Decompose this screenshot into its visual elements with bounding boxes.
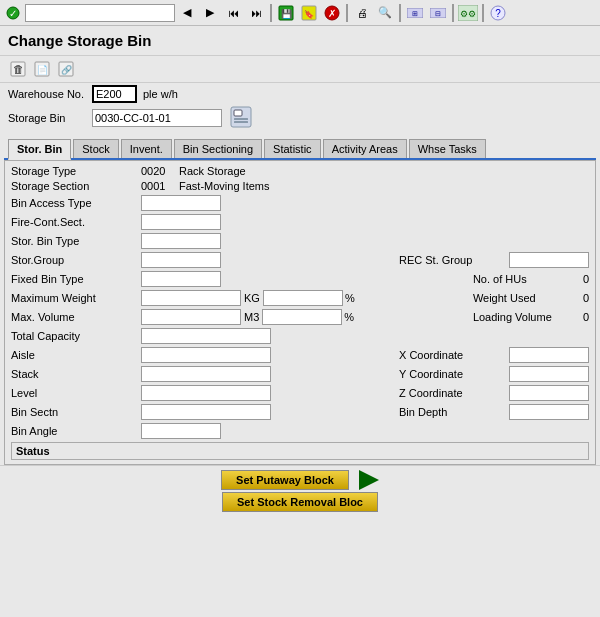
weight-used-label: Weight Used [473,292,583,304]
nav-icon1[interactable]: ⊞ [404,3,426,23]
max-weight-unit: KG [244,292,260,304]
command-input[interactable] [25,4,175,22]
tab-activity-areas[interactable]: Activity Areas [323,139,407,158]
bin-sectn-input[interactable] [141,404,271,420]
svg-text:🔖: 🔖 [304,9,314,19]
level-input[interactable] [141,385,271,401]
weight-used-value: 0 [583,292,589,304]
set-putaway-block-button[interactable]: Set Putaway Block [221,470,349,490]
nav-first-icon[interactable]: ⏮ [222,3,244,23]
separator4 [452,4,454,22]
find-icon[interactable]: 🔍 [374,3,396,23]
x-coordinate-input[interactable] [509,347,589,363]
svg-text:✗: ✗ [328,8,336,19]
nav-prev-icon[interactable]: ◀ [176,3,198,23]
print-icon[interactable]: 🖨 [351,3,373,23]
bin-angle-row: Bin Angle [11,423,589,439]
max-volume-pct-input[interactable] [262,309,342,325]
bin-sectn-label: Bin Sectn [11,406,141,418]
no-of-hus-row: No. of HUs 0 [473,271,589,287]
two-col-row1: Stor.Group REC St. Group [11,252,589,271]
max-weight-label: Maximum Weight [11,292,141,304]
storage-type-value: 0020 [141,165,171,177]
loading-volume-value: 0 [583,311,589,323]
link-icon[interactable]: 🔗 [56,59,76,79]
max-weight-pct: % [345,292,355,304]
fixed-bin-type-row: Fixed Bin Type [11,271,221,287]
two-col-row4: Max. Volume M3 % Loading Volume 0 [11,309,589,328]
tab-stor-bin[interactable]: Stor. Bin [8,139,71,160]
storage-type-label: Storage Type [11,165,141,177]
rec-st-group-input[interactable] [509,252,589,268]
max-weight-input[interactable] [141,290,241,306]
fire-cont-sect-input[interactable] [141,214,221,230]
new-icon[interactable]: 📄 [32,59,52,79]
bin-depth-input[interactable] [509,404,589,420]
settings-icon[interactable]: ⚙⚙ [457,3,479,23]
stop-icon[interactable]: ✗ [321,3,343,23]
bin-angle-input[interactable] [141,423,221,439]
svg-text:🗑: 🗑 [13,63,24,75]
storage-bin-icon[interactable] [230,106,252,130]
nav-next-icon[interactable]: ▶ [199,3,221,23]
max-weight-pct-input[interactable] [263,290,343,306]
no-of-hus-value: 0 [583,273,589,285]
delete-icon[interactable]: 🗑 [8,59,28,79]
fire-cont-sect-label: Fire-Cont.Sect. [11,216,141,228]
warehouse-input[interactable] [92,85,137,103]
svg-text:✓: ✓ [9,8,17,19]
fixed-bin-type-input[interactable] [141,271,221,287]
svg-rect-25 [234,121,248,123]
save-icon[interactable]: 💾 [275,3,297,23]
total-capacity-label: Total Capacity [11,330,141,342]
bin-access-type-row: Bin Access Type [11,195,589,211]
y-coordinate-input[interactable] [509,366,589,382]
rec-st-group-label: REC St. Group [399,254,509,266]
svg-text:🔗: 🔗 [61,64,73,76]
weight-used-row: Weight Used 0 [473,290,589,306]
bin-access-type-label: Bin Access Type [11,197,141,209]
stack-input[interactable] [141,366,271,382]
tab-bin-sectioning[interactable]: Bin Sectioning [174,139,262,158]
tabs-bar: Stor. Bin Stock Invent. Bin Sectioning S… [4,137,596,160]
stack-label: Stack [11,368,141,380]
total-capacity-row: Total Capacity [11,328,589,344]
svg-rect-23 [234,110,242,116]
warehouse-label: Warehouse No. [8,88,88,100]
max-volume-pct: % [344,311,354,323]
aisle-label: Aisle [11,349,141,361]
status-section: Status [11,442,589,460]
stor-group-input[interactable] [141,252,221,268]
z-coordinate-input[interactable] [509,385,589,401]
y-coordinate-row: Y Coordinate [399,366,589,382]
tab-stock[interactable]: Stock [73,139,119,158]
tab-invent[interactable]: Invent. [121,139,172,158]
tab-statistic[interactable]: Statistic [264,139,321,158]
fire-cont-sect-row: Fire-Cont.Sect. [11,214,589,230]
storage-section-label: Storage Section [11,180,141,192]
z-coordinate-row: Z Coordinate [399,385,589,401]
storage-bin-input[interactable] [92,109,222,127]
storage-section-row: Storage Section 0001 Fast-Moving Items [11,180,589,192]
action-icons-bar: 🗑 📄 🔗 [0,56,600,83]
bin-depth-row: Bin Depth [399,404,589,420]
bin-sectn-row: Bin Sectn [11,404,271,420]
set-stock-removal-bloc-button[interactable]: Set Stock Removal Bloc [222,492,378,512]
level-label: Level [11,387,141,399]
two-col-row3: Maximum Weight KG % Weight Used 0 [11,290,589,309]
shortcut-icon[interactable]: 🔖 [298,3,320,23]
nav-back-icon[interactable]: ✓ [2,3,24,23]
help-icon[interactable]: ? [487,3,509,23]
total-capacity-input[interactable] [141,328,271,344]
tab-whse-tasks[interactable]: Whse Tasks [409,139,486,158]
nav-last-icon[interactable]: ⏭ [245,3,267,23]
status-label: Status [16,445,50,457]
max-volume-input[interactable] [141,309,241,325]
stor-bin-type-input[interactable] [141,233,221,249]
stor-bin-type-label: Stor. Bin Type [11,235,141,247]
nav-icon2[interactable]: ⊟ [427,3,449,23]
aisle-input[interactable] [141,347,271,363]
bin-angle-label: Bin Angle [11,425,141,437]
z-coordinate-label: Z Coordinate [399,387,509,399]
bin-access-type-input[interactable] [141,195,221,211]
